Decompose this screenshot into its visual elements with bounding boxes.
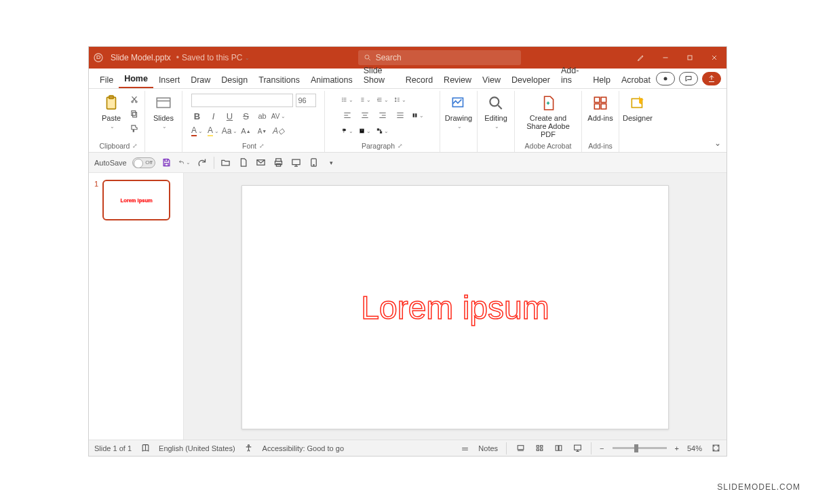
svg-rect-22	[601, 104, 606, 109]
line-spacing-button[interactable]: ⌄	[394, 94, 406, 106]
smart-art-button[interactable]: ⌄	[376, 125, 389, 137]
new-file-button[interactable]	[237, 157, 250, 169]
undo-button[interactable]: ⌄	[178, 157, 191, 169]
tab-acrobat[interactable]: Acrobat	[616, 71, 656, 88]
editing-button[interactable]: Editing⌄	[482, 92, 510, 130]
start-from-beginning-button[interactable]	[290, 157, 303, 169]
accessibility-status[interactable]: Accessibility: Good to go	[263, 444, 344, 452]
align-center-button[interactable]	[359, 109, 371, 121]
zoom-out-button[interactable]: −	[600, 444, 604, 452]
open-button[interactable]	[220, 157, 232, 169]
decrease-font-button[interactable]: A▼	[256, 125, 269, 137]
strikethrough-button[interactable]: S	[240, 110, 252, 122]
highlight-button[interactable]: A⌄	[208, 125, 220, 137]
clear-format-button[interactable]: A◇	[273, 125, 285, 137]
copy-button[interactable]	[128, 108, 140, 120]
bold-button[interactable]: B	[191, 110, 204, 122]
tab-add-ins[interactable]: Add-ins	[556, 62, 587, 88]
group-adobe-acrobat: Create and Share Adobe PDF Adobe Acrobat	[515, 91, 582, 152]
normal-view-button[interactable]	[515, 443, 526, 454]
designer-button[interactable]: Designer	[623, 92, 652, 122]
justify-button[interactable]	[394, 109, 406, 121]
chevron-down-icon: ⌄	[495, 123, 499, 130]
pen-tools-button[interactable]	[629, 47, 653, 69]
save-button[interactable]	[161, 157, 173, 169]
autosave-toggle[interactable]: Off	[132, 157, 155, 168]
slide-canvas[interactable]: Lorem ipsum	[184, 173, 726, 440]
format-painter-button[interactable]	[128, 122, 140, 134]
font-color-button[interactable]: A⌄	[191, 125, 204, 137]
tab-record[interactable]: Record	[400, 71, 438, 88]
italic-button[interactable]: I	[208, 110, 220, 122]
svg-rect-21	[594, 104, 600, 109]
dialog-launcher-icon[interactable]: ⤢	[398, 142, 403, 149]
language-status[interactable]: English (United States)	[159, 444, 235, 452]
addins-button[interactable]: Add-ins	[586, 92, 615, 122]
slideshow-view-button[interactable]	[572, 443, 583, 454]
tab-home[interactable]: Home	[119, 70, 153, 88]
slide-counter[interactable]: Slide 1 of 1	[94, 444, 132, 452]
numbering-button[interactable]: ⌄	[359, 94, 371, 106]
slide-thumbnails-panel[interactable]: 1 Lorem ipsum	[89, 173, 184, 440]
share-button[interactable]	[702, 72, 721, 85]
email-button[interactable]	[255, 157, 267, 169]
slide-thumbnail-1[interactable]: Lorem ipsum	[102, 180, 170, 220]
close-button[interactable]	[702, 47, 726, 69]
tab-file[interactable]: File	[94, 71, 119, 88]
zoom-value[interactable]: 54%	[687, 444, 702, 452]
bullets-button[interactable]: ⌄	[341, 94, 353, 106]
tab-insert[interactable]: Insert	[153, 71, 185, 88]
collapse-ribbon-button[interactable]: ⌄	[714, 138, 721, 148]
tab-help[interactable]: Help	[587, 71, 616, 88]
cut-button[interactable]	[128, 94, 140, 106]
redo-button[interactable]	[196, 157, 208, 169]
font-family-input[interactable]	[191, 94, 293, 107]
maximize-button[interactable]	[678, 47, 702, 69]
quick-print-button[interactable]	[273, 157, 285, 169]
minimize-button[interactable]	[653, 47, 678, 69]
tab-design[interactable]: Design	[216, 71, 253, 88]
record-button[interactable]	[656, 72, 675, 85]
change-case-button[interactable]: Aa⌄	[224, 125, 236, 137]
dialog-launcher-icon[interactable]: ⤢	[132, 142, 138, 149]
zoom-slider[interactable]	[613, 447, 667, 449]
svg-rect-9	[132, 111, 136, 115]
slide-sorter-button[interactable]	[534, 443, 545, 454]
columns-button[interactable]: ⌄	[412, 109, 424, 121]
slide-text[interactable]: Lorem ipsum	[361, 289, 549, 326]
zoom-in-button[interactable]: +	[675, 444, 679, 452]
comments-button[interactable]	[679, 72, 698, 85]
char-spacing-button[interactable]: AV⌄	[273, 110, 285, 122]
tab-transitions[interactable]: Transitions	[253, 71, 305, 88]
tab-draw[interactable]: Draw	[185, 71, 216, 88]
search-icon	[364, 54, 372, 62]
tab-review[interactable]: Review	[438, 71, 477, 88]
touch-mode-button[interactable]	[308, 157, 320, 169]
increase-font-button[interactable]: A▲	[240, 125, 252, 137]
indent-button[interactable]: ⌄	[376, 94, 389, 106]
tab-view[interactable]: View	[477, 71, 506, 88]
align-left-button[interactable]	[341, 109, 353, 121]
tab-slide-show[interactable]: Slide Show	[358, 62, 400, 88]
book-icon[interactable]	[140, 443, 151, 454]
save-status[interactable]: Saved to this PC ⌄	[182, 53, 250, 62]
shadow-button[interactable]: ab	[256, 110, 269, 122]
app-icon	[89, 52, 108, 63]
text-direction-button[interactable]: ⌄	[341, 125, 353, 137]
align-right-button[interactable]	[376, 109, 389, 121]
create-share-pdf-button[interactable]: Create and Share Adobe PDF	[519, 92, 577, 138]
notes-button[interactable]: Notes	[478, 444, 498, 452]
drawing-button[interactable]: Drawing⌄	[444, 92, 473, 130]
align-text-button[interactable]: ⌄	[359, 125, 371, 137]
slide-1[interactable]: Lorem ipsum	[241, 185, 669, 429]
slides-button[interactable]: Slides ⌄	[149, 92, 178, 130]
font-size-input[interactable]: 96	[296, 94, 316, 107]
fit-to-window-button[interactable]	[710, 443, 721, 454]
customize-qat-button[interactable]: ▾	[326, 157, 338, 169]
paste-button[interactable]: Paste ⌄	[97, 92, 125, 130]
reading-view-button[interactable]	[553, 443, 564, 454]
dialog-launcher-icon[interactable]: ⤢	[259, 142, 265, 149]
underline-button[interactable]: U	[224, 110, 236, 122]
tab-developer[interactable]: Developer	[506, 71, 556, 88]
tab-animations[interactable]: Animations	[305, 71, 358, 88]
